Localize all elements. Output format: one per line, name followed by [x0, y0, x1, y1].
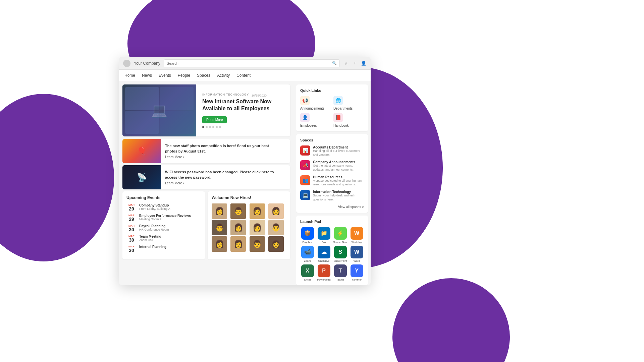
- nav-news[interactable]: News: [142, 71, 152, 80]
- news-text-2: WiFi access password has been changed. P…: [161, 167, 286, 188]
- news-image-1-inner: 🎈: [122, 139, 161, 163]
- hero-meta: INFORMATION TECHNOLOGY 10/15/2020: [202, 93, 284, 98]
- browser-window: Your Company 🔍 ☆ + 👤 Home News Events Pe…: [119, 57, 371, 285]
- event-item-0: MAR 29 Company Standup Front Lobby, Buil…: [126, 203, 201, 211]
- nav-people[interactable]: People: [178, 71, 190, 80]
- app-item-powerpoint[interactable]: P Powerpoint: [317, 264, 331, 281]
- quick-link-0[interactable]: 📢 Announcements: [300, 96, 331, 110]
- app-label-excel: Excel: [304, 278, 311, 281]
- space-info-2: Human Resources A space dedicated to all…: [313, 175, 364, 187]
- event-item-3: MAR 30 Team Meeting Zoom Call: [126, 235, 201, 242]
- app-item-yammer[interactable]: Y Yammer: [350, 264, 364, 281]
- hire-photo-5: 👩: [230, 220, 246, 235]
- space-desc-3: Submit your help desk and tech questions…: [313, 194, 364, 201]
- event-item-4: MAR 30 Internal Planning: [126, 245, 201, 253]
- search-input[interactable]: [167, 61, 332, 65]
- event-info-1: Employee Performance Reviews Meeting Roo…: [139, 214, 191, 221]
- nav-content[interactable]: Content: [236, 71, 251, 80]
- news-link-2[interactable]: Learn More ›: [165, 181, 282, 185]
- space-icon-1: 📣: [300, 160, 310, 170]
- nav-events[interactable]: Events: [159, 71, 171, 80]
- app-label-onedrive: OneDrive: [318, 259, 330, 262]
- dot-2[interactable]: [206, 126, 208, 128]
- bottom-section: Upcoming Events MAR 29 Company Standup F…: [122, 191, 290, 259]
- add-icon[interactable]: +: [352, 60, 358, 66]
- dot-6[interactable]: [219, 126, 221, 128]
- space-desc-1: Get the latest company news, updates, an…: [313, 164, 364, 172]
- space-icon-0: 📊: [300, 145, 310, 156]
- space-item-1[interactable]: 📣 Company Announcements Get the latest c…: [300, 160, 364, 172]
- view-all-spaces-link[interactable]: View all spaces >: [300, 205, 364, 209]
- company-name-label: Your Company: [134, 61, 160, 66]
- news-image-2-inner: 📡: [122, 165, 161, 189]
- nav-spaces[interactable]: Spaces: [197, 71, 210, 80]
- space-desc-2: A space dedicated to all your human reso…: [313, 179, 364, 187]
- quick-link-icon-0: 📢: [300, 96, 310, 105]
- hero-overlay: 💻: [122, 84, 196, 136]
- nav-bar: Home News Events People Spaces Activity …: [119, 70, 371, 81]
- launchpad-title: Launch Pad: [300, 220, 364, 224]
- space-desc-0: Handling all of our loved customers and …: [313, 149, 364, 157]
- space-icon-2: 👥: [300, 175, 310, 185]
- quick-link-1[interactable]: 🌐 Departments: [333, 96, 364, 110]
- space-name-0: Accounts Department: [313, 145, 364, 149]
- user-icon[interactable]: 👤: [361, 60, 367, 66]
- app-item-zoom[interactable]: 📹 Zoom: [300, 246, 315, 262]
- app-label-dropbox: Dropbox: [302, 241, 312, 244]
- quick-links-card: Quick Links 📢 Announcements 🌐 Department…: [296, 84, 368, 131]
- news-title-1: The new staff photo competition is here!…: [165, 143, 282, 154]
- app-icon-excel: X: [301, 264, 314, 277]
- app-icon-powerpoint: P: [318, 264, 330, 277]
- nav-home[interactable]: Home: [124, 71, 135, 80]
- space-name-1: Company Announcements: [313, 160, 364, 164]
- hire-photo-0: 👩: [212, 203, 227, 219]
- app-item-workday[interactable]: W Workday: [350, 227, 364, 244]
- space-item-0[interactable]: 📊 Accounts Department Handling all of ou…: [300, 145, 364, 157]
- news-link-1[interactable]: Learn More ›: [165, 155, 282, 159]
- app-item-dropbox[interactable]: 📦 Dropbox: [300, 227, 315, 244]
- app-item-box[interactable]: 📁 Box: [317, 227, 331, 244]
- app-item-teams[interactable]: T Teams: [333, 264, 347, 281]
- app-icon-dropbox: 📦: [301, 227, 314, 240]
- hero-category: INFORMATION TECHNOLOGY: [202, 93, 249, 96]
- new-hires-title: Welcome New Hires!: [212, 195, 286, 200]
- app-item-onedrive[interactable]: ☁ OneDrive: [317, 246, 331, 262]
- space-info-3: Information Technology Submit your help …: [313, 190, 364, 201]
- app-item-excel[interactable]: X Excel: [300, 264, 315, 281]
- quick-link-2[interactable]: 👤 Employees: [300, 113, 331, 127]
- app-label-servicenow: ServiceNow: [333, 241, 347, 244]
- quick-link-3[interactable]: 📕 Handbook: [333, 113, 364, 127]
- search-icon: 🔍: [332, 61, 337, 65]
- news-image-1: 🎈: [122, 139, 161, 163]
- top-bar-icons: ☆ + 👤: [343, 60, 367, 66]
- dot-1[interactable]: [202, 126, 204, 128]
- right-sidebar: Quick Links 📢 Announcements 🌐 Department…: [293, 81, 371, 285]
- nav-activity[interactable]: Activity: [217, 71, 230, 80]
- star-icon[interactable]: ☆: [343, 60, 349, 66]
- app-label-yammer: Yammer: [352, 278, 362, 281]
- app-item-servicenow[interactable]: ⚡ ServiceNow: [333, 227, 347, 244]
- space-item-3[interactable]: 💻 Information Technology Submit your hel…: [300, 190, 364, 201]
- space-info-0: Accounts Department Handling all of our …: [313, 145, 364, 157]
- event-info-2: Payroll Planning HR Conference Room: [139, 224, 169, 231]
- search-bar[interactable]: 🔍: [164, 59, 340, 67]
- quick-links-grid: 📢 Announcements 🌐 Departments 👤 Employee…: [300, 96, 364, 127]
- hire-photo-7: 👨: [268, 220, 284, 235]
- space-item-2[interactable]: 👥 Human Resources A space dedicated to a…: [300, 175, 364, 187]
- app-label-word: Word: [354, 259, 360, 262]
- spaces-list: 📊 Accounts Department Handling all of ou…: [300, 145, 364, 202]
- app-item-word[interactable]: W Word: [350, 246, 364, 262]
- app-item-sharepoint[interactable]: S SharePoint: [333, 246, 347, 262]
- bg-shape-left: [0, 94, 114, 261]
- hero-text: INFORMATION TECHNOLOGY 10/15/2020 New In…: [196, 84, 290, 136]
- app-label-zoom: Zoom: [304, 259, 311, 262]
- dot-3[interactable]: [209, 126, 211, 128]
- read-more-button[interactable]: Read More: [202, 116, 227, 123]
- event-date-0: MAR 29: [126, 203, 137, 211]
- space-name-2: Human Resources: [313, 175, 364, 179]
- dot-4[interactable]: [212, 126, 214, 128]
- company-logo: [123, 60, 130, 67]
- app-label-box: Box: [322, 241, 326, 244]
- content-area: 💻 INFORMATION TECHNOLOGY 10/15/2020 New …: [119, 81, 371, 285]
- dot-5[interactable]: [216, 126, 218, 128]
